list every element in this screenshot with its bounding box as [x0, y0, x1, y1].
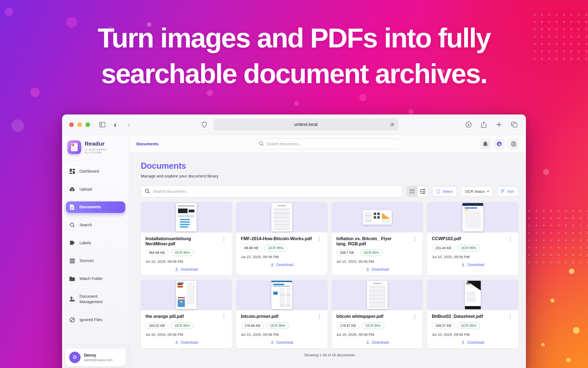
document-name[interactable]: Installationsanleitung NerdMiner.pdf	[145, 236, 218, 246]
shield-icon[interactable]	[200, 120, 209, 129]
breadcrumb[interactable]: Documents	[136, 141, 255, 146]
sidebar-item-watch-folder[interactable]: Watch Folder	[66, 273, 125, 285]
download-link[interactable]: Download	[461, 340, 484, 345]
document-thumbnail[interactable]	[141, 280, 232, 310]
decor-dot	[541, 343, 545, 346]
document-thumbnail[interactable]	[236, 280, 327, 310]
sort-button[interactable]: Sort	[497, 186, 518, 197]
document-thumbnail[interactable]	[236, 202, 327, 233]
document-name[interactable]: Inflation vs. Bitcoin_ Flyer lang_RGB.pd…	[336, 236, 409, 246]
list-view-button[interactable]	[417, 186, 428, 197]
document-preview-image	[463, 203, 483, 231]
kebab-menu-icon[interactable]: ⋮	[507, 236, 514, 242]
back-button[interactable]: ‹	[110, 120, 121, 129]
document-card[interactable]: the orange pill.pdf ⋮ 183.02 KB OCR 95% …	[141, 280, 232, 348]
sidebar-item-dashboard[interactable]: Dashboard	[66, 166, 125, 177]
decor-dot	[359, 94, 366, 101]
sidebar-item-search[interactable]: Search	[66, 219, 125, 231]
document-card[interactable]: bitcoin whitepaper.pdf ⋮ 179.97 KB OCR 9…	[332, 280, 423, 348]
sidebar-item-document-management[interactable]: Document Management	[66, 291, 125, 307]
kebab-menu-icon[interactable]: ⋮	[220, 314, 227, 319]
select-button[interactable]: Select	[432, 186, 457, 197]
readur-logo-icon: R	[68, 140, 81, 154]
kebab-menu-icon[interactable]: ⋮	[220, 236, 227, 242]
document-card[interactable]: BitBox02_Datasheet.pdf ⋮ 189.37 KB OCR 9…	[427, 280, 518, 348]
minimize-window-button[interactable]	[77, 122, 82, 127]
tab-overview-icon[interactable]	[510, 120, 519, 129]
download-icon	[175, 340, 179, 344]
ocr-status-badge: OCR 95%	[265, 245, 287, 251]
document-card[interactable]: FMF-2014-How-Bitcoin-Works.pdf ⋮ 86.86 K…	[236, 202, 327, 275]
ocr-status-badge: OCR 95%	[171, 322, 193, 329]
document-card[interactable]: CCWP102.pdf ⋮ 231.44 KB OCR 95% Jul 10, …	[427, 202, 518, 275]
download-link[interactable]: Download	[270, 263, 293, 267]
forward-button[interactable]: ›	[123, 120, 134, 129]
document-badges: 183.02 KB OCR 95%	[145, 322, 227, 329]
decor-dot	[566, 358, 571, 362]
kebab-menu-icon[interactable]: ⋮	[316, 236, 323, 242]
document-date: Jul 10, 2025, 09:08 PM	[432, 333, 514, 337]
new-tab-icon[interactable]	[494, 120, 504, 129]
sidebar-item-upload[interactable]: Upload	[66, 184, 125, 195]
download-link[interactable]: Download	[270, 340, 293, 345]
topbar-search-input[interactable]	[255, 138, 400, 149]
document-thumbnail[interactable]	[427, 280, 518, 310]
document-card[interactable]: bitcoin.primer.pdf ⋮ 176.66 KB OCR 95% J…	[236, 280, 327, 348]
zoom-window-button[interactable]	[85, 122, 90, 127]
document-thumbnail[interactable]	[427, 202, 518, 233]
document-icon	[69, 204, 75, 210]
document-thumbnail[interactable]	[332, 280, 423, 310]
document-name[interactable]: FMF-2014-How-Bitcoin-Works.pdf	[241, 236, 312, 241]
downloads-icon[interactable]	[464, 120, 473, 129]
user-card[interactable]: D Denny admin@readur.com	[65, 348, 126, 366]
sidebar-item-labels[interactable]: Labels	[66, 237, 125, 249]
checkbox-icon	[436, 190, 440, 193]
document-card[interactable]: Inflation vs. Bitcoin_ Flyer lang_RGB.pd…	[332, 202, 423, 275]
reload-icon[interactable]: ⟳	[390, 122, 395, 128]
document-name[interactable]: bitcoin.primer.pdf	[241, 314, 278, 319]
sidebar-item-ignored-files[interactable]: Ignored Files	[66, 314, 125, 326]
document-card[interactable]: Installationsanleitung NerdMiner.pdf ⋮ 3…	[141, 202, 232, 275]
grid-view-button[interactable]	[407, 186, 417, 197]
file-size-badge: 176.66 KB	[241, 322, 264, 329]
ocr-status-dropdown[interactable]: OCR Status ▾	[461, 186, 493, 197]
brand: R Readur AI DOCUMENT PLATFORM	[62, 135, 129, 159]
logo-letter: R	[72, 144, 74, 146]
document-date: Jul 10, 2025, 09:08 PM	[336, 333, 418, 337]
document-badges: 231.44 KB OCR 95%	[432, 245, 514, 251]
document-card-body: bitcoin whitepaper.pdf ⋮ 179.97 KB OCR 9…	[332, 310, 423, 348]
document-name[interactable]: CCWP102.pdf	[432, 236, 461, 241]
close-window-button[interactable]	[69, 122, 74, 127]
theme-toggle-icon[interactable]	[494, 139, 505, 149]
kebab-menu-icon[interactable]: ⋮	[507, 314, 514, 319]
address-bar[interactable]: umbrel.local ⟳	[213, 119, 399, 131]
document-name[interactable]: BitBox02_Datasheet.pdf	[432, 314, 483, 319]
notifications-bell-icon[interactable]	[480, 139, 491, 149]
sidebar-item-documents[interactable]: Documents	[66, 201, 125, 213]
ocr-status-badge: OCR 95%	[171, 249, 193, 256]
sidebar: R Readur AI DOCUMENT PLATFORM	[62, 135, 129, 368]
pagination-summary: Showing 1-16 of 16 documents	[141, 348, 518, 360]
download-link[interactable]: Download	[366, 267, 389, 272]
document-thumbnail[interactable]	[332, 202, 423, 233]
document-name[interactable]: bitcoin whitepaper.pdf	[336, 314, 384, 319]
kebab-menu-icon[interactable]: ⋮	[316, 314, 323, 319]
download-link[interactable]: Download	[461, 263, 484, 267]
file-size-badge: 86.86 KB	[241, 245, 262, 251]
kebab-menu-icon[interactable]: ⋮	[411, 314, 418, 319]
document-thumbnail[interactable]	[141, 202, 232, 233]
kebab-menu-icon[interactable]: ⋮	[411, 236, 418, 242]
user-name: Denny	[84, 353, 113, 357]
download-link[interactable]: Download	[175, 267, 198, 272]
sidebar-item-sources[interactable]: Sources	[66, 255, 125, 267]
account-icon[interactable]	[509, 139, 519, 149]
app-topbar: Documents	[129, 135, 526, 153]
search-icon	[69, 222, 75, 228]
document-name[interactable]: the orange pill.pdf	[145, 314, 184, 319]
documents-search-input[interactable]	[141, 185, 403, 197]
download-icon	[366, 267, 370, 271]
sidebar-toggle-icon[interactable]	[98, 120, 107, 129]
download-link[interactable]: Download	[175, 340, 198, 345]
download-link[interactable]: Download	[366, 340, 389, 345]
share-icon[interactable]	[479, 120, 488, 129]
